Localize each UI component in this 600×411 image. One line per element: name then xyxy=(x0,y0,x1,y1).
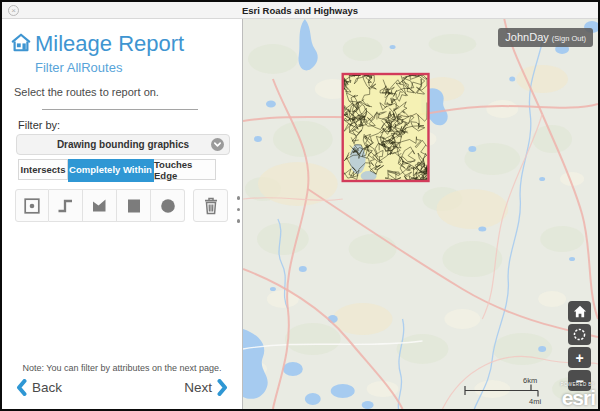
drag-dot xyxy=(237,208,241,212)
spatial-relation-tabs: Intersects Completely Within Touches Edg… xyxy=(18,159,242,180)
tab-touches-edge[interactable]: Touches Edge xyxy=(154,159,216,180)
bounding-graphic xyxy=(343,74,429,181)
app-window: × Esri Roads and Highways Mileage Report… xyxy=(0,0,600,411)
locate-icon xyxy=(572,327,587,342)
drag-dot xyxy=(237,196,241,200)
delete-graphics-button[interactable] xyxy=(193,189,228,222)
draw-rectangle-button[interactable] xyxy=(117,189,151,222)
page-title: Mileage Report xyxy=(35,31,184,57)
draw-polygon-button[interactable] xyxy=(83,189,117,222)
next-label: Next xyxy=(184,380,212,395)
window-title: Esri Roads and Highways xyxy=(242,5,358,16)
map-area: JohnDay (Sign Out) + xyxy=(243,19,598,409)
user-badge[interactable]: JohnDay (Sign Out) xyxy=(498,28,593,47)
back-chevron-icon xyxy=(16,379,27,396)
next-chevron-icon xyxy=(217,379,228,396)
titlebar: × Esri Roads and Highways xyxy=(2,2,598,19)
draw-circle-button[interactable] xyxy=(151,189,185,222)
map-controls: + − xyxy=(568,301,591,391)
chevron-down-icon xyxy=(211,138,224,151)
polyline-icon xyxy=(56,196,76,216)
rectangle-icon xyxy=(124,196,144,216)
draw-toolbar xyxy=(15,189,242,222)
divider xyxy=(42,109,198,110)
mileage-report-panel: Mileage Report Filter AllRoutes Select t… xyxy=(2,19,243,409)
panel-description: Select the routes to report on. xyxy=(14,86,242,98)
esri-brand: esri xyxy=(560,387,595,408)
sign-out-link[interactable]: (Sign Out) xyxy=(552,34,586,43)
map-home-button[interactable] xyxy=(568,301,591,322)
tab-completely-within[interactable]: Completely Within xyxy=(68,159,154,180)
draw-polyline-button[interactable] xyxy=(49,189,83,222)
scale-bar: 6km 4mi xyxy=(463,375,547,407)
filter-method-dropdown[interactable]: Drawing bounding graphics xyxy=(16,134,230,155)
polygon-icon xyxy=(90,196,110,216)
content-area: Mileage Report Filter AllRoutes Select t… xyxy=(2,19,598,409)
map-locate-button[interactable] xyxy=(568,324,591,345)
wizard-nav: Back Next xyxy=(2,379,242,399)
plus-icon: + xyxy=(575,350,583,366)
filter-by-label: Filter by: xyxy=(18,119,242,131)
panel-resize-handle[interactable] xyxy=(237,196,241,223)
panel-note: Note: You can filter by attributes on th… xyxy=(2,363,242,373)
map-canvas[interactable] xyxy=(243,19,598,409)
circle-icon xyxy=(158,196,178,216)
home-extent-icon xyxy=(573,305,587,318)
esri-logo: POWERED BY esri xyxy=(560,383,595,409)
user-name: JohnDay xyxy=(505,31,548,43)
draw-point-button[interactable] xyxy=(15,189,49,222)
page-subtitle: Filter AllRoutes xyxy=(35,60,242,75)
next-button[interactable]: Next xyxy=(184,379,228,396)
map-zoom-in-button[interactable]: + xyxy=(568,347,591,368)
home-icon xyxy=(10,32,32,57)
scale-mi-label: 4mi xyxy=(529,397,541,406)
point-icon xyxy=(22,196,42,216)
tab-intersects[interactable]: Intersects xyxy=(18,159,68,180)
back-button[interactable]: Back xyxy=(16,379,62,396)
scale-km-label: 6km xyxy=(523,376,537,385)
back-label: Back xyxy=(32,380,62,395)
dropdown-selected-value: Drawing bounding graphics xyxy=(57,139,189,150)
trash-icon xyxy=(201,195,221,216)
panel-header: Mileage Report xyxy=(10,31,242,57)
close-icon[interactable]: × xyxy=(8,5,19,16)
drag-dot xyxy=(237,219,241,223)
